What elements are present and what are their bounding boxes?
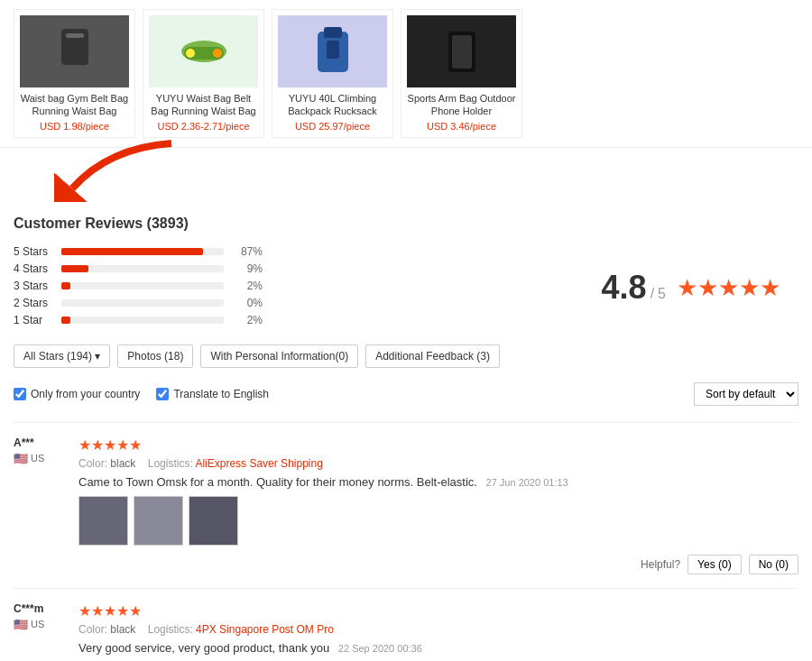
reviewer-name-2: C***m [14, 602, 68, 615]
review-text-1: Came to Town Omsk for a month. Quality f… [78, 475, 798, 489]
svg-rect-8 [327, 41, 339, 59]
bar-pct-2: 0% [231, 297, 263, 309]
tab-all-stars[interactable]: All Stars (194) ▾ [14, 344, 110, 368]
bar-fill-3 [61, 282, 70, 289]
reviewer-country-2: US [31, 619, 44, 629]
logistics-value-2: 4PX Singapore Post OM Pro [196, 623, 334, 636]
checkbox-translate[interactable] [156, 388, 169, 400]
svg-point-4 [186, 49, 195, 58]
rating-row-1: 1 Star 2% [14, 314, 566, 326]
review-img-1c[interactable] [189, 496, 238, 546]
sort-container: Sort by default [694, 382, 798, 406]
svg-rect-7 [324, 27, 342, 38]
svg-rect-10 [452, 35, 472, 69]
helpful-row-1: Helpful? Yes (0) No (0) [78, 555, 798, 574]
checkbox-country[interactable] [14, 388, 26, 400]
tab-personal-info[interactable]: With Personal Information(0) [200, 344, 358, 368]
bar-track-5 [61, 248, 224, 255]
color-value-2: black [110, 623, 135, 636]
product-img-2 [149, 15, 258, 87]
logistics-label-2: Logistics: [148, 623, 193, 636]
reviewer-name-1: A*** [14, 436, 68, 449]
product-price-3: USD 25.97/piece [278, 121, 387, 132]
bar-track-3 [61, 282, 224, 289]
product-title-2: YUYU Waist Bag Belt Bag Running Waist Ba… [149, 92, 258, 118]
rating-out-of: 5 [658, 286, 666, 302]
review-meta-2: Color: black Logistics: 4PX Singapore Po… [78, 623, 798, 636]
rating-label-5: 5 Stars [14, 245, 54, 258]
bar-track-1 [61, 317, 224, 324]
rating-separator: / [651, 286, 654, 302]
rating-label-1: 1 Star [14, 314, 54, 326]
checkbox-country-text: Only from your country [31, 388, 140, 400]
review-stars-2: ★★★★★ [78, 602, 798, 620]
review-item-1: A*** 🇺🇸 US ★★★★★ Color: black Logistics:… [14, 422, 798, 588]
rating-label-4: 4 Stars [14, 262, 54, 275]
filter-tabs: All Stars (194) ▾ Photos (18) With Perso… [14, 344, 798, 368]
sort-dropdown[interactable]: Sort by default [694, 382, 798, 406]
rating-row-4: 4 Stars 9% [14, 262, 566, 275]
product-title-3: YUYU 40L Climbing Backpack Rucksack [278, 92, 387, 118]
checkbox-translate-label[interactable]: Translate to English [156, 388, 269, 400]
checkbox-country-label[interactable]: Only from your country [14, 388, 140, 400]
red-arrow-svg [54, 139, 198, 202]
review-img-1b[interactable] [134, 496, 183, 546]
bar-fill-1 [61, 317, 70, 324]
helpful-label-1: Helpful? [641, 558, 680, 571]
rating-bars: 5 Stars 87% 4 Stars 9% 3 Stars [14, 245, 566, 331]
product-card-2[interactable]: YUYU Waist Bag Belt Bag Running Waist Ba… [143, 9, 264, 138]
product-price-1: USD 1.98/piece [20, 121, 129, 132]
tab-photos[interactable]: Photos (18) [117, 344, 193, 368]
reviews-title: Customer Reviews (3893) [14, 216, 798, 232]
bar-pct-1: 2% [231, 314, 263, 326]
overall-rating: 4.8 / 5 ★★★★★ [584, 245, 798, 331]
product-price-4: USD 3.46/piece [407, 121, 516, 132]
review-body-2: ★★★★★ Color: black Logistics: 4PX Singap… [78, 602, 798, 661]
review-img-1a[interactable] [78, 496, 128, 546]
color-value-1: black [110, 457, 135, 470]
review-meta-1: Color: black Logistics: AliExpress Saver… [78, 457, 798, 470]
rating-label-3: 3 Stars [14, 280, 54, 292]
reviewer-flag-2: 🇺🇸 [14, 618, 28, 631]
review-text-2: Very good service, very good product, th… [78, 641, 798, 655]
review-body-1: ★★★★★ Color: black Logistics: AliExpress… [78, 436, 798, 574]
color-label-1: Color: [78, 457, 107, 470]
svg-point-5 [213, 49, 222, 58]
bar-pct-3: 2% [231, 280, 263, 292]
product-title-4: Sports Arm Bag Outdoor Phone Holder [407, 92, 516, 118]
review-item-2: C***m 🇺🇸 US ★★★★★ Color: black Logistics… [14, 588, 798, 661]
product-card-3[interactable]: YUYU 40L Climbing Backpack Rucksack USD … [272, 9, 393, 138]
logistics-label-1: Logistics: [148, 457, 193, 470]
product-card-4[interactable]: Sports Arm Bag Outdoor Phone Holder USD … [401, 9, 522, 138]
product-img-4 [407, 15, 516, 87]
overall-stars: ★★★★★ [677, 274, 780, 302]
filter-options: Only from your country Translate to Engl… [14, 377, 798, 411]
reviews-content: 5 Stars 87% 4 Stars 9% 3 Stars [14, 245, 798, 331]
reviewer-flag-1: 🇺🇸 [14, 452, 28, 465]
review-timestamp-1: 27 Jun 2020 01:13 [486, 477, 568, 488]
product-card-1[interactable]: Waist bag Gym Belt Bag Running Waist Bag… [14, 9, 135, 138]
checkbox-translate-text: Translate to English [173, 388, 269, 400]
rating-row-2: 2 Stars 0% [14, 297, 566, 309]
reviewer-country-1: US [31, 453, 44, 464]
color-label-2: Color: [78, 623, 107, 636]
bar-track-4 [61, 265, 224, 272]
product-img-1 [20, 15, 129, 87]
svg-rect-1 [66, 33, 84, 38]
reviewer-info-2: C***m 🇺🇸 US [14, 602, 68, 661]
rating-row-3: 3 Stars 2% [14, 280, 566, 292]
bar-pct-4: 9% [231, 262, 263, 275]
tab-additional-feedback[interactable]: Additional Feedback (3) [365, 344, 500, 368]
bar-fill-4 [61, 265, 88, 272]
review-timestamp-2: 22 Sep 2020 00:36 [338, 643, 422, 654]
reviews-section: Customer Reviews (3893) 5 Stars 87% 4 St… [0, 202, 812, 661]
bar-track-2 [61, 299, 224, 307]
reviewer-info-1: A*** 🇺🇸 US [14, 436, 68, 574]
arrow-container [0, 148, 812, 202]
bar-pct-5: 87% [231, 245, 263, 258]
helpful-no-1[interactable]: No (0) [749, 555, 798, 574]
rating-big-number: 4.8 [602, 269, 647, 307]
product-img-3 [278, 15, 387, 87]
product-row: Waist bag Gym Belt Bag Running Waist Bag… [0, 0, 812, 148]
helpful-yes-1[interactable]: Yes (0) [687, 555, 742, 574]
